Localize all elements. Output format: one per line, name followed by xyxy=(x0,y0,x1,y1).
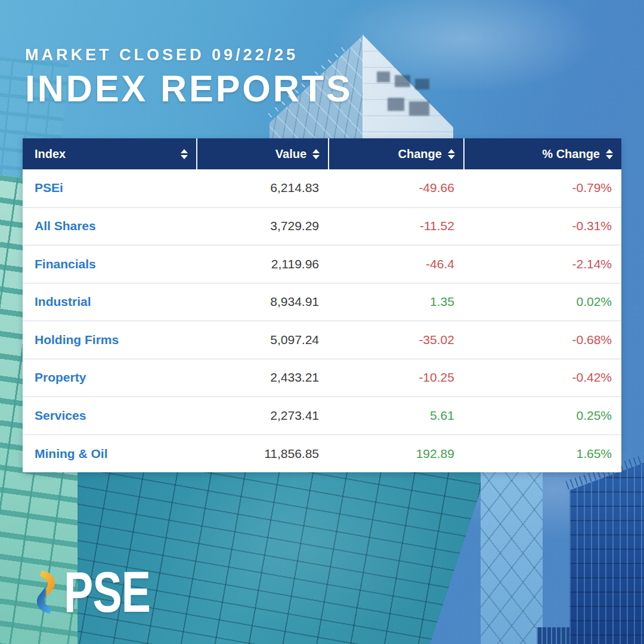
table-row: Mining & Oil11,856.85192.891.65% xyxy=(23,435,621,473)
column-label-pct-change: % Change xyxy=(542,147,600,161)
sort-arrows-icon[interactable] xyxy=(606,149,613,159)
header: MARKET CLOSED 09/22/25 INDEX REPORTS xyxy=(25,47,363,107)
pct-change-cell: 0.25% xyxy=(464,397,621,435)
value-cell: 2,273.41 xyxy=(197,397,329,435)
value-cell: 11,856.85 xyxy=(197,435,329,473)
change-cell: -11.52 xyxy=(329,208,464,246)
column-header-change[interactable]: Change xyxy=(329,138,464,169)
index-name-cell[interactable]: Holding Firms xyxy=(23,321,197,359)
table-row: Industrial8,934.911.350.02% xyxy=(23,283,621,321)
change-cell: 192.89 xyxy=(329,435,464,473)
page-title: INDEX REPORTS xyxy=(25,70,353,107)
index-name-cell[interactable]: Mining & Oil xyxy=(23,435,197,473)
sort-arrows-icon[interactable] xyxy=(448,149,455,159)
index-name-cell[interactable]: Industrial xyxy=(23,283,197,321)
change-cell: -49.66 xyxy=(329,169,464,208)
market-status-subtitle: MARKET CLOSED 09/22/25 xyxy=(25,47,363,64)
pct-change-cell: 1.65% xyxy=(464,435,621,473)
pse-logo-mark xyxy=(33,570,59,614)
table-row: Holding Firms5,097.24-35.02-0.68% xyxy=(23,321,621,359)
column-header-index[interactable]: Index xyxy=(23,138,197,169)
pse-logo: PSE xyxy=(33,563,178,621)
value-cell: 2,119.96 xyxy=(197,245,329,283)
background-building-navy xyxy=(569,463,644,644)
building-signage xyxy=(374,67,452,124)
value-cell: 2,433.21 xyxy=(197,359,329,397)
background-building-diamond-grid xyxy=(481,469,543,644)
sort-arrows-icon[interactable] xyxy=(181,149,188,159)
change-cell: -46.4 xyxy=(329,245,464,283)
sort-arrows-icon[interactable] xyxy=(312,149,320,159)
table-row: Property2,433.21-10.25-0.42% xyxy=(23,359,621,397)
pse-logo-text: PSE xyxy=(64,563,150,621)
pct-change-cell: -0.42% xyxy=(464,359,621,397)
table-row: Financials2,119.96-46.4-2.14% xyxy=(23,245,621,283)
pct-change-cell: 0.02% xyxy=(464,283,621,321)
pct-change-cell: -0.31% xyxy=(464,208,621,246)
index-table-header: Index Value Change xyxy=(23,138,621,169)
index-table-body: PSEi6,214.83-49.66-0.79%All Shares3,729.… xyxy=(23,169,621,472)
column-header-value[interactable]: Value xyxy=(197,138,329,169)
change-cell: -35.02 xyxy=(329,321,464,359)
value-cell: 3,729.29 xyxy=(197,208,329,246)
index-table: Index Value Change xyxy=(23,138,621,472)
table-row: PSEi6,214.83-49.66-0.79% xyxy=(23,169,621,208)
index-name-cell[interactable]: Property xyxy=(23,359,197,397)
change-cell: 1.35 xyxy=(329,283,464,321)
pct-change-cell: -0.68% xyxy=(464,321,621,359)
value-cell: 5,097.24 xyxy=(197,321,329,359)
column-label-value: Value xyxy=(275,147,306,161)
value-cell: 8,934.91 xyxy=(197,283,329,321)
background-building-low xyxy=(537,627,572,644)
header-row: Index Value Change xyxy=(23,138,621,169)
index-name-cell[interactable]: Services xyxy=(23,397,197,435)
column-header-pct-change[interactable]: % Change xyxy=(464,138,621,169)
pct-change-cell: -2.14% xyxy=(464,245,621,283)
index-name-cell[interactable]: Financials xyxy=(23,245,197,283)
column-label-index: Index xyxy=(35,147,66,161)
table-row: Services2,273.415.610.25% xyxy=(23,397,621,435)
column-label-change: Change xyxy=(398,147,442,161)
index-name-cell[interactable]: PSEi xyxy=(23,169,197,208)
value-cell: 6,214.83 xyxy=(197,169,329,208)
pct-change-cell: -0.79% xyxy=(464,169,621,208)
poster-canvas: MARKET CLOSED 09/22/25 INDEX REPORTS Ind… xyxy=(0,0,644,644)
change-cell: -10.25 xyxy=(329,359,464,397)
index-name-cell[interactable]: All Shares xyxy=(23,208,197,246)
table-row: All Shares3,729.29-11.52-0.31% xyxy=(23,208,621,246)
change-cell: 5.61 xyxy=(329,397,464,435)
